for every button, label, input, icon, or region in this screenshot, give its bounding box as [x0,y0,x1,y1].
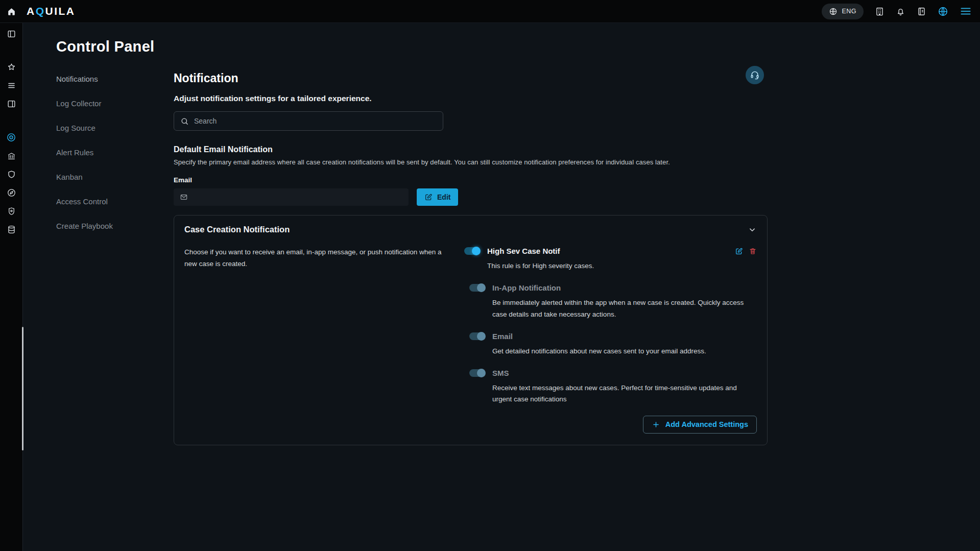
search-input[interactable] [194,117,437,125]
rule-sms: SMS Receive text messages about new case… [469,369,757,405]
radar-disc-icon [6,132,16,142]
rail-list-view[interactable] [7,81,16,90]
contacts-button[interactable] [917,7,926,16]
scrollbar-thumb[interactable] [22,327,23,450]
subnav-item-create-playbook[interactable]: Create Playbook [56,222,174,230]
settings-subnav: Notifications Log Collector Log Source A… [56,71,174,445]
topbar-left: AQUILA [7,5,76,17]
menu-button[interactable] [960,5,972,17]
edit-button-label: Edit [437,193,450,201]
rule-sms-toggle[interactable] [469,369,485,377]
rule-in-app: In-App Notification Be immediately alert… [469,283,757,320]
subnav-item-log-source[interactable]: Log Source [56,124,174,132]
language-selector[interactable]: ENG [822,4,864,19]
app-shell: Control Panel Notifications Log Collecto… [0,23,980,551]
subnav-item-kanban[interactable]: Kanban [56,173,174,181]
case-creation-card: Case Creation Notification Choose if you… [174,215,768,445]
kanban-icon [7,99,16,109]
rule-high-sev-toggle[interactable] [464,247,480,255]
rail-control-panel[interactable] [6,132,16,142]
rule-label: High Sev Case Notif [487,247,560,255]
globe-icon [829,7,838,16]
home-icon [7,7,16,16]
language-label: ENG [842,8,856,15]
card-body: Choose if you want to receive an email, … [184,247,757,405]
email-row: Edit [174,188,768,206]
plus-icon [652,420,660,429]
page-title: Control Panel [56,38,980,55]
card-header: Case Creation Notification [184,225,757,234]
edit-pencil-icon [424,193,433,201]
notification-rules: High Sev Case Notif [464,247,757,405]
default-email-description: Specify the primary email address where … [174,158,768,166]
add-advanced-settings-button[interactable]: Add Advanced Settings [643,416,757,434]
edit-rule-button[interactable] [735,247,743,255]
edit-pencil-icon [735,247,743,255]
rule-in-app-toggle[interactable] [469,284,485,292]
collapse-card-button[interactable] [748,225,757,234]
rail-panel-toggle[interactable] [7,29,16,39]
rule-email-toggle[interactable] [469,332,485,340]
brand-q: Q [36,5,45,17]
rail-compass[interactable] [7,188,16,198]
topbar: AQUILA ENG [0,0,980,23]
brand-logo: AQUILA [27,5,76,17]
subnav-item-log-collector[interactable]: Log Collector [56,99,174,108]
main-content: Control Panel Notifications Log Collecto… [23,23,980,551]
bell-icon [896,7,905,16]
card-description: Choose if you want to receive an email, … [184,247,464,405]
rail-database[interactable] [7,225,16,234]
add-advanced-settings-label: Add Advanced Settings [665,420,748,428]
delete-rule-button[interactable] [749,247,757,255]
rail-organization[interactable] [7,151,16,161]
organization-button[interactable] [875,7,885,16]
brand-text: A [27,5,36,17]
search-icon [180,117,189,126]
subnav-item-notifications[interactable]: Notifications [56,75,174,83]
search-box [174,111,443,131]
email-field[interactable] [193,194,402,201]
list-icon [7,81,16,90]
rule-label: SMS [492,369,509,377]
web-button[interactable] [938,6,948,17]
rail-kanban-view[interactable] [7,99,16,109]
support-fab-button[interactable] [746,66,764,84]
rule-high-sev: High Sev Case Notif [464,247,757,272]
rule-description: Receive text messages about new cases. P… [492,382,757,405]
trash-icon [749,247,757,255]
edit-email-button[interactable]: Edit [417,188,458,206]
email-field-label: Email [174,176,768,184]
bank-icon [7,151,16,161]
rail-badge[interactable] [7,206,16,216]
database-icon [7,225,16,234]
building-icon [875,7,885,16]
rail-favorites[interactable] [7,62,16,72]
rule-label: Email [492,332,513,341]
mail-icon [180,193,188,201]
rule-email: Email Get detailed notifications about n… [469,332,757,357]
notifications-button[interactable] [896,7,905,16]
chevron-down-icon [748,225,757,234]
home-button[interactable] [7,7,16,16]
rule-label: In-App Notification [492,283,561,292]
rule-description: Be immediately alerted within the app wh… [492,297,757,320]
address-book-icon [917,7,926,16]
rule-description: Get detailed notifications about new cas… [492,346,757,357]
subnav-item-access-control[interactable]: Access Control [56,197,174,206]
compass-icon [7,188,16,198]
card-title: Case Creation Notification [184,225,290,234]
security-badge-icon [7,206,16,216]
subnav-item-alert-rules[interactable]: Alert Rules [56,148,174,157]
brand-text-rest: UILA [45,5,76,17]
icon-rail [0,23,23,551]
star-icon [7,62,16,72]
notification-panel: Notification Adjust notification setting… [174,71,768,445]
email-input-wrapper [174,188,409,206]
rule-actions [735,247,757,255]
hamburger-icon [960,5,972,17]
rail-security[interactable] [7,170,16,179]
panel-heading: Notification [174,71,768,85]
panel-subheading: Adjust notification settings for a tailo… [174,94,768,103]
layout-panel-icon [7,29,16,39]
topbar-right: ENG [822,4,972,19]
